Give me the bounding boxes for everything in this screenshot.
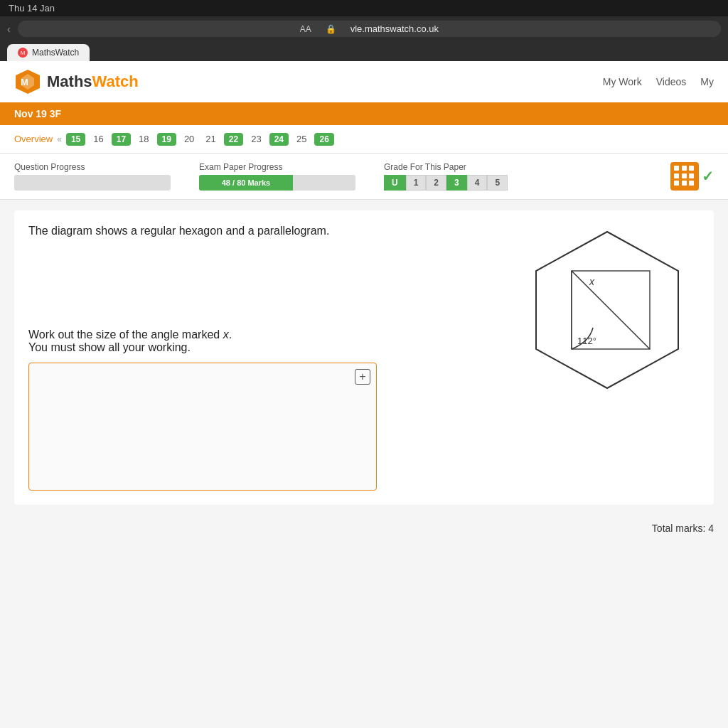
grade-btn-2[interactable]: 2 [426,175,446,191]
exam-progress-label: Exam Paper Progress [199,162,355,172]
address-bar[interactable]: AA 🔒 vle.mathswatch.co.uk [18,21,721,37]
tab-favicon: M [18,48,28,58]
main-nav: My Work Videos My [603,76,714,87]
question-content: x 112° The diagram shows a regular hexag… [14,210,714,505]
question-progress: Question Progress [14,162,171,191]
nav-num-21[interactable]: 21 [202,132,219,146]
nav-num-23[interactable]: 23 [247,132,264,146]
nav-num-20[interactable]: 20 [181,132,198,146]
logo-maths: Maths [47,73,92,90]
sub-text-2: . [229,328,232,341]
sub-text-1: Work out the size of the angle marked [28,328,223,341]
logo-icon: M [14,68,41,95]
total-marks-label: Total marks: 4 [652,523,714,534]
sub-text-line2: You must show all your working. [28,341,191,353]
svg-text:M: M [21,77,28,87]
grade-section: Grade For This Paper U 1 2 3 4 5 [384,162,508,191]
grade-btn-4[interactable]: 4 [467,175,488,191]
x-label: x [589,276,595,287]
sub-text-italic: x [223,328,229,341]
grade-btn-u[interactable]: U [384,175,406,191]
exam-progress: Exam Paper Progress 48 / 80 Marks [199,162,355,191]
nav-num-18[interactable]: 18 [135,132,152,146]
logo: M MathsWatch [14,68,139,95]
url-display: vle.mathswatch.co.uk [350,23,439,34]
exam-progress-fill: 48 / 80 Marks [199,175,293,191]
browser-chrome: ‹ AA 🔒 vle.mathswatch.co.uk [0,16,728,41]
page-title: Nov 19 3F [14,108,61,119]
check-mark-icon: ✓ [702,168,714,185]
hexagon-svg: x 112° [515,218,700,431]
active-tab[interactable]: M MathsWatch [7,44,90,61]
nav-num-15[interactable]: 15 [66,133,85,146]
nav-num-24[interactable]: 24 [269,133,289,146]
logo-watch: Watch [92,73,139,90]
lock-icon: 🔒 [326,24,336,34]
page-header-bar: Nov 19 3F [0,102,728,125]
nav-mywork[interactable]: My Work [603,76,642,87]
tab-label: MathsWatch [32,48,79,58]
content-page: Nov 19 3F Overview « 15 16 17 18 19 20 2… [0,102,728,728]
question-progress-bar [14,175,171,191]
grade-buttons: U 1 2 3 4 5 [384,175,508,191]
calculator-area: ✓ [670,162,714,191]
answer-box[interactable]: + [28,363,377,491]
grade-btn-5[interactable]: 5 [487,175,508,191]
exam-progress-value: 48 / 80 Marks [222,178,271,187]
overview-link[interactable]: Overview [14,134,53,144]
question-progress-label: Question Progress [14,162,171,172]
grade-btn-3[interactable]: 3 [446,175,467,191]
hexagon-diagram: x 112° [515,218,700,431]
nav-num-26[interactable]: 26 [314,133,333,146]
exam-progress-bar-container: 48 / 80 Marks [199,175,355,191]
nav-num-16[interactable]: 16 [90,132,107,146]
aa-label: AA [300,24,311,34]
grade-label: Grade For This Paper [384,162,508,172]
nav-my[interactable]: My [700,76,714,87]
nav-chevron: « [57,134,62,144]
datetime: Thu 14 Jan [9,3,55,14]
total-marks: Total marks: 4 [0,515,728,541]
nav-num-19[interactable]: 19 [157,133,176,146]
site-header: M MathsWatch My Work Videos My [0,61,728,102]
expand-button[interactable]: + [355,369,370,385]
nav-num-22[interactable]: 22 [224,133,243,146]
tab-bar: M MathsWatch [0,41,728,61]
nav-num-25[interactable]: 25 [293,132,310,146]
back-button[interactable]: ‹ [7,23,11,35]
logo-text: MathsWatch [47,73,139,91]
nav-num-17[interactable]: 17 [112,133,131,146]
status-bar: Thu 14 Jan [0,0,728,16]
progress-section: Question Progress Exam Paper Progress 48… [0,154,728,200]
grade-btn-1[interactable]: 1 [406,175,427,191]
question-nav: Overview « 15 16 17 18 19 20 21 22 23 24… [0,125,728,154]
nav-videos[interactable]: Videos [656,76,687,87]
calculator-icon[interactable] [670,162,699,191]
angle-label: 112° [577,336,596,346]
